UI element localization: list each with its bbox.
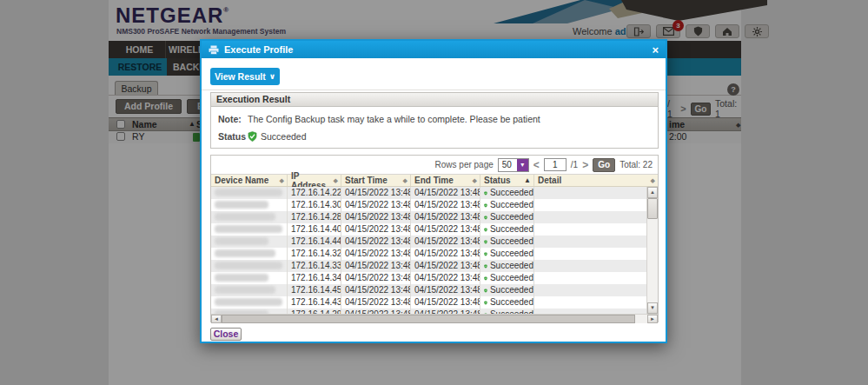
ip-cell: 172.16.14.28 — [288, 211, 341, 223]
view-result-button[interactable]: View Result ∨ — [210, 68, 280, 85]
device-name-cell — [211, 284, 288, 296]
result-row[interactable]: 172.16.14.22 04/15/2022 13:48:36 04/15/2… — [211, 187, 646, 199]
device-name-cell — [211, 236, 288, 248]
status-value: Succeeded — [248, 131, 307, 142]
total-count: Total: 22 — [620, 160, 653, 169]
rows-per-page-select[interactable]: 50 ▾ — [498, 158, 529, 172]
ip-cell: 172.16.14.30 — [288, 199, 341, 211]
status-cell: Succeeded — [480, 284, 534, 296]
success-shield-icon — [484, 189, 487, 198]
result-row[interactable]: 172.16.14.28 04/15/2022 13:48:36 04/15/2… — [211, 211, 646, 223]
result-rows: 172.16.14.22 04/15/2022 13:48:36 04/15/2… — [211, 187, 646, 314]
scroll-right-button[interactable]: ► — [647, 315, 658, 323]
redacted-device-name — [215, 213, 275, 221]
redacted-device-name — [215, 201, 268, 209]
separator — [202, 90, 666, 90]
success-shield-icon — [248, 131, 257, 142]
result-row[interactable]: 172.16.14.34 04/15/2022 13:48:36 04/15/2… — [211, 272, 646, 284]
end-time-cell: 04/15/2022 13:48:47 — [411, 223, 480, 236]
end-time-cell: 04/15/2022 13:48:47 — [411, 260, 480, 272]
detail-cell — [534, 211, 646, 223]
start-time-cell: 04/15/2022 13:48:36 — [341, 211, 411, 223]
success-shield-icon — [484, 274, 487, 283]
horizontal-scroll-thumb[interactable] — [222, 315, 635, 323]
status-cell: Succeeded — [480, 223, 534, 236]
end-time-cell: 04/15/2022 13:48:47 — [411, 187, 480, 199]
start-time-cell: 04/15/2022 13:48:36 — [341, 284, 411, 296]
detail-cell — [534, 236, 646, 248]
end-time-cell: 04/15/2022 13:48:45 — [411, 272, 480, 284]
vertical-scroll-thumb[interactable] — [647, 198, 658, 219]
status-cell: Succeeded — [480, 199, 534, 211]
device-name-cell — [211, 272, 288, 284]
success-shield-icon — [484, 225, 487, 235]
detail-cell — [534, 223, 646, 236]
rows-per-page-label: Rows per page — [435, 160, 494, 169]
note-text: The Config Backup task may take a while … — [248, 114, 540, 124]
ip-cell: 172.16.14.22 — [288, 187, 341, 199]
column-device-name[interactable]: Device Name◆ — [211, 175, 288, 186]
status-cell: Succeeded — [480, 211, 534, 223]
ip-cell: 172.16.14.45 — [288, 284, 341, 296]
end-time-cell: 04/15/2022 13:48:47 — [411, 236, 480, 248]
start-time-cell: 04/15/2022 13:48:36 — [341, 296, 411, 309]
scroll-down-button[interactable]: ▼ — [647, 302, 658, 314]
result-row[interactable]: 172.16.14.33 04/15/2022 13:48:36 04/15/2… — [211, 260, 646, 272]
sort-icon: ◆ — [651, 177, 655, 184]
start-time-cell: 04/15/2022 13:48:36 — [341, 236, 411, 248]
vertical-scrollbar[interactable]: ▲ ▼ — [646, 187, 658, 314]
rows-per-page-value: 50 — [502, 160, 512, 169]
end-time-cell: 04/15/2022 13:48:47 — [411, 248, 480, 260]
column-end-time[interactable]: End Time◆ — [411, 175, 480, 186]
success-shield-icon — [484, 286, 487, 295]
success-shield-icon — [484, 249, 487, 259]
device-name-cell — [211, 260, 288, 272]
close-button[interactable]: Close — [210, 328, 242, 341]
column-start-time[interactable]: Start Time◆ — [341, 175, 411, 186]
sort-icon: ◆ — [473, 177, 477, 184]
end-time-cell: 04/15/2022 13:48:47 — [411, 199, 480, 211]
sort-icon: ◆ — [280, 177, 284, 184]
device-name-cell — [211, 223, 288, 236]
redacted-device-name — [215, 237, 268, 245]
dialog-close-icon[interactable]: × — [652, 43, 659, 56]
result-row[interactable]: 172.16.14.40 04/15/2022 13:48:36 04/15/2… — [211, 223, 646, 236]
execution-result-panel: Execution Result Note: The Config Backup… — [210, 92, 659, 149]
result-row[interactable]: 172.16.14.45 04/15/2022 13:48:36 04/15/2… — [211, 284, 646, 296]
chevron-down-icon: ∨ — [269, 72, 275, 81]
detail-cell — [534, 284, 646, 296]
status-cell: Succeeded — [480, 260, 534, 272]
view-result-label: View Result — [215, 71, 266, 82]
scroll-left-button[interactable]: ◄ — [211, 315, 222, 323]
execute-profile-dialog: Execute Profile × View Result ∨ Executio… — [200, 39, 667, 343]
result-row[interactable]: 172.16.14.43 04/15/2022 13:48:36 04/15/2… — [211, 296, 646, 309]
end-time-cell: 04/15/2022 13:48:47 — [411, 211, 480, 223]
detail-cell — [534, 187, 646, 199]
ip-cell: 172.16.14.34 — [288, 272, 341, 284]
dialog-icon — [209, 45, 219, 55]
sort-asc-icon: ▲ — [524, 176, 531, 184]
column-ip-address[interactable]: IP Address◆ — [288, 175, 341, 186]
device-name-cell — [211, 296, 288, 309]
result-row[interactable]: 172.16.14.32 04/15/2022 13:48:36 04/15/2… — [211, 248, 646, 260]
start-time-cell: 04/15/2022 13:48:36 — [341, 260, 411, 272]
result-table-header: Device Name◆ IP Address◆ Start Time◆ End… — [211, 175, 658, 187]
prev-page-arrow[interactable]: < — [533, 159, 540, 171]
horizontal-scrollbar[interactable]: ◄ ► — [211, 314, 658, 323]
next-page-arrow[interactable]: > — [582, 159, 588, 171]
column-status[interactable]: Status▲ — [480, 175, 534, 186]
result-row[interactable]: 172.16.14.44 04/15/2022 13:48:36 04/15/2… — [211, 236, 646, 248]
select-arrow-icon[interactable]: ▾ — [517, 159, 528, 171]
scroll-up-button[interactable]: ▲ — [647, 187, 658, 198]
device-name-cell — [211, 211, 288, 223]
column-detail[interactable]: Detail◆ — [534, 175, 658, 186]
go-button[interactable]: Go — [593, 158, 615, 172]
status-text: Succeeded — [261, 131, 307, 142]
start-time-cell: 04/15/2022 13:48:36 — [341, 223, 411, 236]
page-number-input[interactable]: 1 — [544, 158, 567, 171]
redacted-device-name — [215, 249, 275, 257]
execution-result-title: Execution Result — [211, 93, 658, 107]
page-of-total: /1 — [571, 160, 578, 169]
result-row[interactable]: 172.16.14.30 04/15/2022 13:48:36 04/15/2… — [211, 199, 646, 211]
end-time-cell: 04/15/2022 13:48:47 — [411, 296, 480, 309]
